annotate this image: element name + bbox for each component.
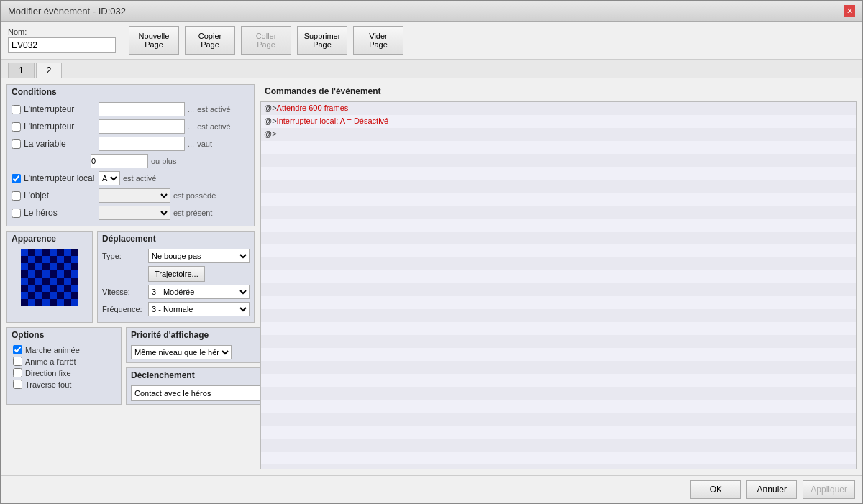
- copy-page-button[interactable]: CopierPage: [185, 26, 235, 55]
- main-window: Modifier évènement - ID:032 ✕ Nom: Nouve…: [0, 0, 863, 504]
- variable-input[interactable]: [99, 137, 185, 151]
- trajectory-button[interactable]: Trajectoire...: [148, 266, 205, 282]
- toolbar: Nom: NouvellePage CopierPage CollerPage …: [1, 22, 862, 60]
- move-freq-row: Fréquence: 1 - Très basse 2 - Basse 3 - …: [102, 302, 250, 316]
- priority-title: Priorité d'affichage: [127, 328, 279, 342]
- sprite-preview[interactable]: [21, 249, 78, 306]
- options-section: Options Marche animée Animé à l'arrêt: [6, 327, 122, 405]
- object-checkbox[interactable]: [12, 191, 21, 201]
- traverse-checkbox[interactable]: [13, 380, 22, 389]
- movement-content: Type: Ne bouge pas Aléatoire Vers le hér…: [98, 246, 254, 322]
- paste-page-button[interactable]: CollerPage: [241, 26, 291, 55]
- command-line-4: [261, 154, 856, 167]
- empty-page-button[interactable]: ViderPage: [353, 26, 403, 55]
- command-line-22: [261, 387, 856, 400]
- trigger-select[interactable]: Contact avec le héros Appuyer sur Entrée…: [131, 385, 275, 401]
- options-title: Options: [7, 328, 121, 342]
- local-switch-label: L'interrupteur local: [24, 173, 96, 183]
- name-input[interactable]: [8, 37, 116, 53]
- appearance-title: Apparence: [7, 232, 92, 246]
- trigger-title: Déclenchement: [127, 368, 279, 382]
- command-line-18: [261, 335, 856, 348]
- marche-checkbox[interactable]: [13, 345, 22, 354]
- right-panel: Commandes de l'évènement @>Attendre 600 …: [260, 84, 857, 469]
- switch2-input[interactable]: [99, 119, 185, 134]
- variable-spin-suffix: ou plus: [151, 157, 176, 165]
- commands-title: Commandes de l'évènement: [260, 84, 857, 98]
- command-line-8: [261, 206, 856, 219]
- cancel-button[interactable]: Annuler: [746, 480, 797, 499]
- tab-2[interactable]: 2: [36, 63, 63, 78]
- variable-label: La variable: [24, 139, 96, 149]
- switch2-checkbox[interactable]: [12, 122, 21, 132]
- move-type-select[interactable]: Ne bouge pas Aléatoire Vers le héros Tra…: [148, 249, 250, 263]
- hero-label: Le héros: [24, 208, 96, 218]
- move-type-label: Type:: [102, 252, 145, 260]
- local-switch-select[interactable]: ABCD: [99, 171, 120, 185]
- move-freq-select[interactable]: 1 - Très basse 2 - Basse 3 - Normale 4 -…: [148, 302, 250, 316]
- command-line-27: [261, 452, 856, 464]
- variable-row: La variable ... vaut: [12, 137, 250, 151]
- priority-content: Même niveau que le héros En dessous du h…: [127, 342, 279, 362]
- hero-select[interactable]: [99, 206, 170, 220]
- delete-page-button[interactable]: SupprimerPage: [297, 26, 347, 55]
- priority-trigger-stack: Priorité d'affichage Même niveau que le …: [126, 327, 280, 405]
- variable-status: vaut: [197, 139, 212, 148]
- arret-label: Animé à l'arrêt: [25, 357, 76, 366]
- new-page-button[interactable]: NouvellePage: [129, 26, 179, 55]
- command-line-26: [261, 439, 856, 452]
- conditions-content: L'interrupteur ... est activé L'interrup…: [7, 99, 254, 226]
- conditions-title: Conditions: [7, 85, 254, 99]
- switch1-input[interactable]: [99, 102, 185, 116]
- variable-checkbox[interactable]: [12, 139, 21, 149]
- tabs-row: 1 2: [1, 60, 862, 78]
- move-speed-row: Vitesse: 1 - Très lente 2 - Lente 3 - Mo…: [102, 285, 250, 299]
- marche-row: Marche animée: [13, 345, 115, 354]
- close-button[interactable]: ✕: [844, 5, 855, 17]
- object-status: est possédé: [173, 191, 216, 200]
- command-line-19: [261, 348, 856, 361]
- switch1-checkbox[interactable]: [12, 105, 21, 114]
- local-switch-checkbox[interactable]: [12, 174, 21, 183]
- variable-spin[interactable]: [91, 154, 148, 168]
- command-line-0: @>Attendre 600 frames: [261, 102, 856, 115]
- command-line-20: [261, 361, 856, 374]
- apply-button[interactable]: Appliquer: [803, 480, 855, 499]
- trigger-section: Déclenchement Contact avec le héros Appu…: [126, 367, 280, 405]
- switch1-row: L'interrupteur ... est activé: [12, 102, 250, 116]
- name-section: Nom:: [8, 27, 116, 53]
- switch2-status: est activé: [197, 122, 230, 131]
- command-line-10: [261, 232, 856, 244]
- options-priority-block: Options Marche animée Animé à l'arrêt: [6, 327, 255, 405]
- hero-checkbox[interactable]: [12, 209, 21, 218]
- tab-1[interactable]: 1: [8, 63, 35, 78]
- switch1-label: L'interrupteur: [24, 104, 96, 114]
- priority-select[interactable]: Même niveau que le héros En dessous du h…: [131, 345, 232, 359]
- direction-row: Direction fixe: [13, 368, 115, 377]
- command-line-3: [261, 141, 856, 154]
- command-line-28: [261, 464, 856, 469]
- move-type-row: Type: Ne bouge pas Aléatoire Vers le hér…: [102, 249, 250, 263]
- command-line-11: [261, 244, 856, 257]
- local-switch-status: est activé: [123, 174, 156, 183]
- command-line-1: @>Interrupteur local: A = Désactivé: [261, 115, 856, 128]
- command-line-9: [261, 219, 856, 232]
- command-line-13: [261, 270, 856, 283]
- ok-button[interactable]: OK: [690, 480, 741, 499]
- commands-box[interactable]: @>Attendre 600 frames @>Interrupteur loc…: [260, 101, 857, 469]
- object-select[interactable]: [99, 188, 170, 203]
- variable-spin-row: ou plus: [91, 154, 250, 168]
- move-freq-label: Fréquence:: [102, 305, 145, 313]
- priority-section: Priorité d'affichage Même niveau que le …: [126, 327, 280, 363]
- direction-checkbox[interactable]: [13, 368, 22, 377]
- name-label: Nom:: [8, 27, 116, 36]
- switch2-row: L'interrupteur ... est activé: [12, 119, 250, 134]
- command-line-21: [261, 374, 856, 387]
- move-speed-select[interactable]: 1 - Très lente 2 - Lente 3 - Modérée 4 -…: [148, 285, 250, 299]
- main-content: Conditions L'interrupteur ... est activé…: [1, 78, 862, 475]
- command-line-24: [261, 413, 856, 426]
- hero-status: est présent: [173, 209, 212, 217]
- marche-label: Marche animée: [25, 346, 80, 354]
- command-line-25: [261, 426, 856, 439]
- arret-checkbox[interactable]: [13, 357, 22, 366]
